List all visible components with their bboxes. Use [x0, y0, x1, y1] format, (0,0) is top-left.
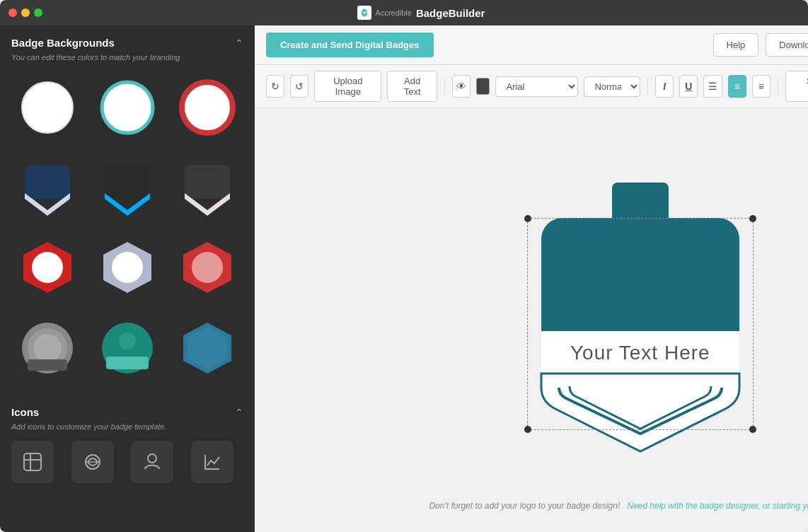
redo-button[interactable]: ↺ [290, 75, 308, 98]
svg-rect-20 [106, 357, 149, 369]
svg-point-0 [22, 82, 73, 133]
backgrounds-title: Badge Backgrounds [11, 37, 115, 49]
badge-background-2[interactable] [91, 71, 163, 143]
svg-point-29 [148, 454, 156, 463]
hint-text: Don't forget to add your logo to your ba… [429, 501, 620, 511]
backgrounds-collapse-icon[interactable]: ⌃ [235, 37, 243, 49]
canvas-area: Your Text Here Don't forget to add your … [255, 108, 808, 532]
style-select[interactable]: Normal [584, 76, 640, 97]
create-send-tab[interactable]: Create and Send Digital Badges [266, 33, 434, 57]
canvas-hint: Don't forget to add your logo to your ba… [429, 501, 808, 511]
backgrounds-header: Badge Backgrounds ⌃ [11, 37, 243, 49]
add-text-button[interactable]: Add Text [387, 71, 437, 102]
hint-link[interactable]: Need help with the badge designer, or st… [627, 501, 808, 511]
sidebar: Badge Backgrounds ⌃ You can edit these c… [0, 25, 255, 532]
separator-1 [444, 78, 445, 95]
badge-background-7[interactable] [11, 232, 83, 303]
icon-item-3[interactable] [131, 441, 173, 483]
content-area: Create and Send Digital Badges Help Down… [255, 25, 808, 532]
app-title: Accredible BadgeBuilder [42, 6, 800, 20]
svg-rect-18 [28, 359, 67, 371]
badge-background-4[interactable] [11, 151, 83, 223]
italic-button[interactable]: I [655, 75, 674, 98]
icon-item-2[interactable] [71, 441, 114, 483]
brand-name: Accredible [376, 8, 412, 17]
badge-background-12[interactable] [172, 312, 243, 383]
color-swatch[interactable] [476, 78, 490, 95]
svg-rect-5 [105, 165, 150, 199]
badge-canvas-wrapper: Your Text Here [520, 175, 761, 466]
app-window: Accredible BadgeBuilder Badge Background… [0, 0, 808, 532]
svg-rect-24 [24, 453, 41, 470]
main-layout: Badge Backgrounds ⌃ You can edit these c… [0, 25, 808, 532]
separator-2 [647, 78, 648, 95]
svg-point-17 [33, 334, 62, 362]
svg-point-12 [112, 252, 143, 283]
align-center-button[interactable]: ≡ [728, 75, 746, 98]
window-controls [8, 8, 42, 17]
badge-background-6[interactable] [172, 151, 243, 223]
svg-point-1 [102, 82, 153, 133]
badge-background-9[interactable] [172, 232, 243, 303]
svg-rect-7 [185, 165, 230, 199]
topnav: Create and Send Digital Badges Help Down… [255, 25, 808, 65]
badge-svg [520, 175, 761, 466]
badge-background-1[interactable] [11, 71, 83, 143]
icons-collapse-icon[interactable]: ⌃ [235, 407, 243, 418]
maximize-button[interactable] [34, 8, 42, 17]
underline-button[interactable]: U [679, 75, 698, 98]
toolbar: ↻ ↺ Upload Image Add Text 👁 Arial Normal… [255, 65, 808, 108]
align-right-button[interactable]: ≡ [752, 75, 771, 98]
backgrounds-subtitle: You can edit these colors to match your … [11, 53, 243, 62]
icons-section: Icons ⌃ Add icons to customize your badg… [0, 395, 255, 495]
icons-grid [11, 441, 243, 483]
svg-rect-3 [25, 165, 70, 199]
undo-button[interactable]: ↻ [266, 75, 284, 98]
svg-point-2 [182, 82, 233, 133]
icon-item-1[interactable] [11, 441, 54, 483]
close-button[interactable] [8, 8, 17, 17]
svg-point-14 [192, 252, 223, 283]
icons-title: Icons [11, 406, 39, 418]
svg-point-21 [119, 332, 136, 349]
badge-background-5[interactable] [91, 151, 163, 223]
help-button[interactable]: Help [713, 33, 759, 57]
size-spacing-button[interactable]: Size and Spacing [785, 71, 808, 102]
app-name: BadgeBuilder [416, 7, 485, 19]
titlebar: Accredible BadgeBuilder [0, 0, 808, 25]
badge-background-8[interactable] [91, 232, 163, 303]
minimize-button[interactable] [21, 8, 30, 17]
svg-point-10 [32, 252, 63, 283]
badge-background-11[interactable] [91, 312, 163, 383]
upload-image-button[interactable]: Upload Image [314, 71, 381, 102]
eye-button[interactable]: 👁 [452, 75, 471, 98]
download-svg-button[interactable]: Download Badge SVG [766, 33, 808, 57]
icon-item-4[interactable] [191, 441, 233, 483]
separator-3 [778, 78, 778, 95]
font-select[interactable]: Arial [495, 76, 578, 97]
app-logo [357, 6, 371, 20]
badge-backgrounds-grid [11, 71, 243, 383]
badge-background-3[interactable] [172, 71, 243, 143]
badge-backgrounds-section: Badge Backgrounds ⌃ You can edit these c… [0, 25, 255, 395]
icons-subtitle: Add icons to customize your badge templa… [11, 422, 243, 431]
badge-background-10[interactable] [11, 312, 83, 383]
align-left-button[interactable]: ☰ [703, 75, 722, 98]
icons-header: Icons ⌃ [11, 406, 243, 418]
